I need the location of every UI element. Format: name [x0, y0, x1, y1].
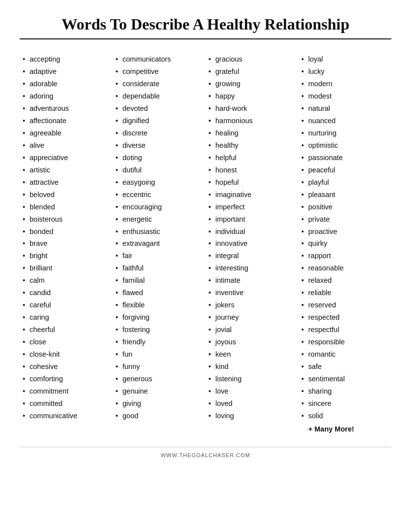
list-item: sharing	[302, 385, 389, 398]
list-item: bonded	[23, 226, 110, 238]
list-item: close-knit	[23, 348, 110, 361]
list-item: adorable	[23, 78, 110, 90]
list-item: diverse	[116, 139, 203, 152]
list-item: enthusiastic	[116, 226, 203, 238]
list-item: reserved	[302, 299, 389, 311]
more-label: + Many More!	[302, 423, 389, 435]
list-item: relaxed	[302, 274, 389, 287]
list-item: dutiful	[116, 164, 203, 176]
list-item: faithful	[116, 262, 203, 274]
list-item: quirky	[302, 237, 389, 250]
list-item: careful	[23, 299, 110, 311]
list-item: individual	[208, 226, 296, 238]
list-item: lucky	[302, 66, 389, 78]
list-item: peaceful	[302, 164, 389, 176]
list-item: forgiving	[116, 311, 203, 324]
list-item: proactive	[302, 226, 389, 238]
list-item: familial	[116, 274, 203, 287]
list-item: beloved	[23, 189, 110, 201]
list-item: alive	[23, 139, 110, 152]
list-item: journey	[208, 311, 296, 324]
list-item: passionate	[302, 152, 389, 164]
footer-url: WWW.THEGOALCHASER.COM	[20, 447, 391, 458]
list-item: extravagant	[116, 237, 203, 250]
list-item: modest	[302, 90, 389, 102]
list-item: committed	[23, 398, 110, 410]
list-item: solid	[302, 410, 389, 422]
list-item: joyous	[208, 336, 296, 348]
word-columns: acceptingadaptiveadorableadoringadventur…	[20, 53, 391, 435]
list-item: respectful	[302, 324, 389, 336]
list-item: keen	[208, 348, 296, 361]
list-item: nuanced	[302, 115, 389, 127]
list-item: flexible	[116, 299, 203, 311]
list-item: brave	[23, 237, 110, 250]
list-item: jokers	[208, 299, 296, 311]
list-item: rapport	[302, 250, 389, 262]
list-item: playful	[302, 176, 389, 189]
list-item: growing	[208, 78, 296, 90]
list-item: artistic	[23, 164, 110, 176]
list-item: cheerful	[23, 324, 110, 336]
list-item: reliable	[302, 287, 389, 299]
list-item: reasonable	[302, 262, 389, 274]
column-1: acceptingadaptiveadorableadoringadventur…	[20, 53, 113, 435]
list-item: funny	[116, 361, 203, 373]
list-item: adaptive	[23, 66, 110, 78]
list-item: accepting	[23, 53, 110, 66]
list-item: healthy	[208, 139, 296, 152]
list-item: encouraging	[116, 201, 203, 213]
column-2: communicatorscompetitiveconsideratedepen…	[113, 53, 206, 435]
list-item: listening	[208, 373, 296, 385]
list-item: calm	[23, 274, 110, 287]
list-item: love	[208, 385, 296, 398]
list-item: imperfect	[208, 201, 296, 213]
list-item: responsible	[302, 336, 389, 348]
list-item: affectionate	[23, 115, 110, 127]
column-3: graciousgratefulgrowinghappyhard-workhar…	[206, 53, 299, 435]
page-title: Words To Describe A Healthy Relationship	[20, 15, 391, 39]
list-item: easygoing	[116, 176, 203, 189]
list-item: grateful	[208, 66, 296, 78]
list-item: important	[208, 213, 296, 226]
list-item: hopeful	[208, 176, 296, 189]
column-4: loyalluckymodernmodestnaturalnuancednurt…	[299, 53, 392, 435]
list-item: eccentric	[116, 189, 203, 201]
list-item: jovial	[208, 324, 296, 336]
list-item: respected	[302, 311, 389, 324]
list-item: safe	[302, 361, 389, 373]
list-item: dependable	[116, 90, 203, 102]
list-item: gracious	[208, 53, 296, 66]
list-item: fostering	[116, 324, 203, 336]
list-item: dignified	[116, 115, 203, 127]
list-item: loving	[208, 410, 296, 422]
list-item: happy	[208, 90, 296, 102]
list-item: helpful	[208, 152, 296, 164]
list-item: boisterous	[23, 213, 110, 226]
list-item: romantic	[302, 348, 389, 361]
list-item: imaginative	[208, 189, 296, 201]
list-item: innovative	[208, 237, 296, 250]
list-item: fun	[116, 348, 203, 361]
list-item: sincere	[302, 398, 389, 410]
list-item: communicators	[116, 53, 203, 66]
list-item: adventurous	[23, 102, 110, 115]
list-item: hard-work	[208, 102, 296, 115]
list-item: kind	[208, 361, 296, 373]
list-item: adoring	[23, 90, 110, 102]
list-item: loyal	[302, 53, 389, 66]
list-item: energetic	[116, 213, 203, 226]
list-item: harmonious	[208, 115, 296, 127]
list-item: optimistic	[302, 139, 389, 152]
list-item: doting	[116, 152, 203, 164]
list-item: commitment	[23, 385, 110, 398]
list-item: generous	[116, 373, 203, 385]
list-item: close	[23, 336, 110, 348]
list-item: candid	[23, 287, 110, 299]
list-item: pleasant	[302, 189, 389, 201]
list-item: interesting	[208, 262, 296, 274]
list-item: modern	[302, 78, 389, 90]
list-item: sentimental	[302, 373, 389, 385]
list-item: honest	[208, 164, 296, 176]
list-item: inventive	[208, 287, 296, 299]
